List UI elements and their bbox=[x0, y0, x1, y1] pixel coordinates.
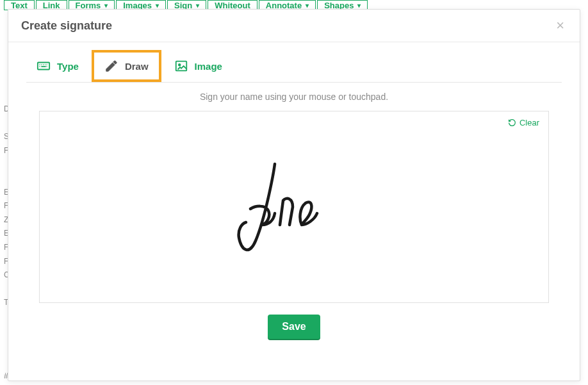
signature-canvas[interactable]: Clear bbox=[39, 111, 549, 303]
chevron-down-icon: ▾ bbox=[196, 2, 199, 9]
tab-draw-label: Draw bbox=[125, 61, 149, 72]
save-row: Save bbox=[26, 303, 562, 341]
tab-row: Type Draw Image bbox=[26, 50, 562, 83]
clear-label: Clear bbox=[519, 118, 539, 127]
tab-draw[interactable]: Draw bbox=[92, 50, 161, 82]
image-icon bbox=[174, 59, 188, 73]
clear-button[interactable]: Clear bbox=[508, 118, 539, 127]
tab-image-label: Image bbox=[195, 61, 222, 72]
modal-title: Create signature bbox=[21, 19, 112, 33]
svg-point-2 bbox=[178, 64, 180, 66]
tab-type-label: Type bbox=[57, 61, 79, 72]
save-button[interactable]: Save bbox=[268, 315, 320, 339]
keyboard-icon bbox=[37, 59, 51, 73]
chevron-down-icon: ▾ bbox=[104, 2, 108, 9]
modal-header: Create signature × bbox=[8, 10, 580, 42]
undo-icon bbox=[508, 119, 516, 127]
chevron-down-icon: ▾ bbox=[357, 2, 361, 9]
pencil-icon bbox=[104, 59, 118, 73]
chevron-down-icon: ▾ bbox=[306, 2, 309, 9]
tab-image[interactable]: Image bbox=[164, 50, 233, 82]
instruction-text: Sign your name using your mouse or touch… bbox=[26, 92, 562, 102]
modal-body: Type Draw Image Sign your name using you… bbox=[8, 42, 580, 381]
create-signature-modal: Create signature × Type Draw Image Sign … bbox=[8, 9, 580, 381]
chevron-down-icon: ▾ bbox=[156, 2, 159, 9]
close-icon[interactable]: × bbox=[553, 19, 567, 33]
tab-type[interactable]: Type bbox=[26, 50, 89, 82]
signature-drawing bbox=[230, 161, 358, 263]
